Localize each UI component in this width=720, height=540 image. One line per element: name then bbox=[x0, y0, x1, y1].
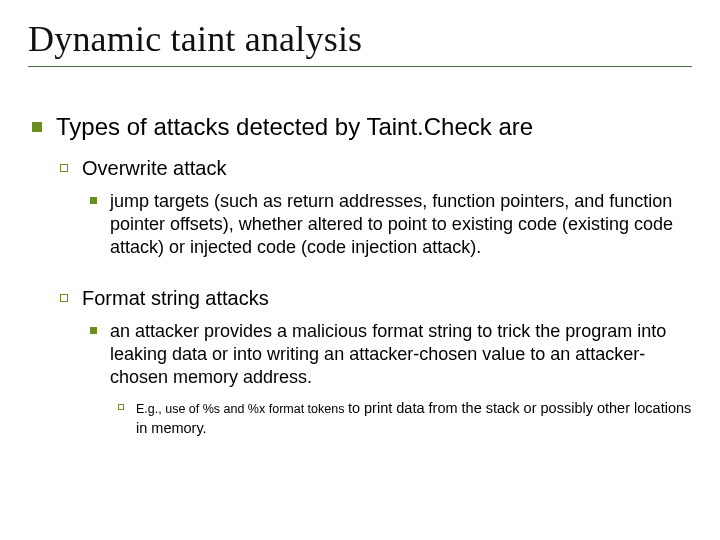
list-item-prefix: E.g., use of %s and %x format tokens bbox=[136, 402, 348, 416]
slide: Dynamic taint analysis Types of attacks … bbox=[0, 0, 720, 540]
list-item: Types of attacks detected by Taint.Check… bbox=[28, 113, 692, 438]
bullet-list-level4: E.g., use of %s and %x format tokens to … bbox=[110, 399, 692, 438]
list-item-text: Types of attacks detected by Taint.Check… bbox=[56, 113, 533, 140]
list-item-text: Overwrite attack bbox=[82, 157, 226, 179]
list-item: Format string attacks an attacker provid… bbox=[56, 287, 692, 438]
list-item: E.g., use of %s and %x format tokens to … bbox=[110, 399, 692, 438]
list-item-text: Format string attacks bbox=[82, 287, 269, 309]
slide-title: Dynamic taint analysis bbox=[28, 18, 692, 60]
bullet-list-level3: an attacker provides a malicious format … bbox=[82, 320, 692, 438]
bullet-list-level2: Overwrite attack jump targets (such as r… bbox=[56, 157, 692, 438]
list-item: jump targets (such as return addresses, … bbox=[82, 190, 692, 259]
bullet-list-level3: jump targets (such as return addresses, … bbox=[82, 190, 692, 259]
list-item-text: jump targets (such as return addresses, … bbox=[110, 191, 673, 257]
list-item: an attacker provides a malicious format … bbox=[82, 320, 692, 438]
list-item: Overwrite attack jump targets (such as r… bbox=[56, 157, 692, 259]
title-divider bbox=[28, 66, 692, 67]
list-item-text: an attacker provides a malicious format … bbox=[110, 321, 666, 387]
bullet-list-level1: Types of attacks detected by Taint.Check… bbox=[28, 113, 692, 438]
